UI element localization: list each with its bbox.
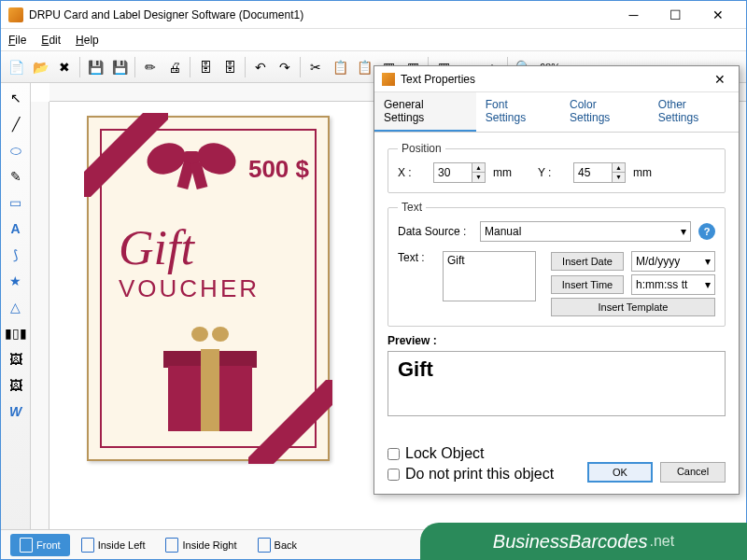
x-spinner[interactable]: ▲▼ xyxy=(433,162,486,183)
insert-time-button[interactable]: Insert Time xyxy=(551,275,624,294)
tab-font-settings[interactable]: Font Settings xyxy=(476,92,560,132)
tab-inside-right[interactable]: Inside Right xyxy=(156,534,246,556)
dialog-tabs: General Settings Font Settings Color Set… xyxy=(374,92,739,133)
ok-button[interactable]: OK xyxy=(587,462,653,483)
print-icon[interactable]: 🖨 xyxy=(163,56,186,78)
bow-decoration xyxy=(145,136,238,183)
pointer-tool-icon[interactable]: ↖ xyxy=(5,87,27,109)
y-input[interactable] xyxy=(574,166,612,179)
tab-general-settings[interactable]: General Settings xyxy=(374,92,476,132)
voucher-heading[interactable]: VOUCHER xyxy=(119,274,260,303)
copy-icon[interactable]: 📋 xyxy=(329,56,351,78)
time-format-select[interactable]: h:mm:ss tt▾ xyxy=(631,274,715,295)
open-icon[interactable]: 📂 xyxy=(29,56,51,78)
cut-icon[interactable]: ✂ xyxy=(304,56,327,78)
do-not-print-checkbox[interactable]: Do not print this object xyxy=(388,466,554,483)
tab-inside-left[interactable]: Inside Left xyxy=(72,534,155,556)
library-tool-icon[interactable]: 🖼 xyxy=(5,374,27,397)
line-tool-icon[interactable]: ╱ xyxy=(5,113,27,135)
text-input[interactable]: Gift xyxy=(443,251,536,301)
gift-voucher-card[interactable]: 500 $ Gift VOUCHER xyxy=(87,116,330,461)
window-title: DRPU Card and Label Designer Software (D… xyxy=(29,8,613,21)
db-icon[interactable]: 🗄 xyxy=(194,56,217,78)
app-icon xyxy=(8,7,23,22)
text-tool-icon[interactable]: A xyxy=(5,217,27,240)
dialog-titlebar: Text Properties ✕ xyxy=(374,66,739,92)
y-spinner[interactable]: ▲▼ xyxy=(573,162,626,183)
spin-down-icon[interactable]: ▼ xyxy=(472,173,485,182)
menu-help[interactable]: Help xyxy=(76,34,99,47)
position-group: Position X : ▲▼ mm Y : ▲▼ mm xyxy=(388,142,726,193)
insert-template-button[interactable]: Insert Template xyxy=(551,298,715,316)
save-icon[interactable]: 💾 xyxy=(84,56,106,78)
tab-front[interactable]: Front xyxy=(10,534,70,556)
y-label: Y : xyxy=(538,166,566,179)
triangle-tool-icon[interactable]: △ xyxy=(5,296,27,318)
close-doc-icon[interactable]: ✖ xyxy=(53,56,76,78)
date-format-select[interactable]: M/d/yyyy▾ xyxy=(631,251,715,272)
data-source-select[interactable]: Manual▾ xyxy=(480,221,691,242)
text-properties-dialog: Text Properties ✕ General Settings Font … xyxy=(374,65,740,495)
tab-color-settings[interactable]: Color Settings xyxy=(560,92,649,132)
spin-down-icon[interactable]: ▼ xyxy=(612,173,625,182)
menu-file[interactable]: File xyxy=(8,34,26,47)
edit-icon[interactable]: ✏ xyxy=(139,56,162,78)
preview-label: Preview : xyxy=(388,334,726,347)
ruler-vertical xyxy=(31,102,49,529)
dialog-title: Text Properties xyxy=(401,73,475,86)
maximize-button[interactable]: ☐ xyxy=(655,2,697,28)
ribbon-decoration xyxy=(248,380,332,464)
new-icon[interactable]: 📄 xyxy=(5,56,27,78)
dialog-icon xyxy=(382,73,395,86)
cancel-button[interactable]: Cancel xyxy=(660,462,726,483)
redo-icon[interactable]: ↷ xyxy=(274,56,296,78)
x-input[interactable] xyxy=(434,166,472,179)
spin-up-icon[interactable]: ▲ xyxy=(612,163,625,173)
close-button[interactable]: ✕ xyxy=(697,2,739,28)
insert-date-button[interactable]: Insert Date xyxy=(551,252,624,271)
arc-tool-icon[interactable]: ⟆ xyxy=(5,244,27,266)
chevron-down-icon: ▾ xyxy=(681,225,686,238)
save-as-icon[interactable]: 💾 xyxy=(108,56,131,78)
rectangle-tool-icon[interactable]: ▭ xyxy=(5,191,27,214)
ellipse-tool-icon[interactable]: ⬭ xyxy=(5,139,27,161)
spin-up-icon[interactable]: ▲ xyxy=(472,163,485,173)
barcode-tool-icon[interactable]: ▮▯▮ xyxy=(5,322,27,344)
chevron-down-icon: ▾ xyxy=(705,255,711,268)
help-icon[interactable]: ? xyxy=(698,223,715,240)
tab-back[interactable]: Back xyxy=(248,534,306,556)
undo-icon[interactable]: ↶ xyxy=(249,56,272,78)
menubar: File Edit Help xyxy=(1,29,746,51)
preview-box: Gift xyxy=(388,351,726,416)
chevron-down-icon: ▾ xyxy=(705,278,711,291)
wordart-tool-icon[interactable]: W xyxy=(5,400,27,423)
menu-edit[interactable]: Edit xyxy=(41,34,61,47)
lock-object-checkbox[interactable]: Lock Object xyxy=(388,445,554,462)
paste-icon[interactable]: 📋 xyxy=(353,56,375,78)
watermark: BusinessBarcodes.net xyxy=(420,523,747,560)
titlebar: DRPU Card and Label Designer Software (D… xyxy=(1,1,746,29)
price-text[interactable]: 500 $ xyxy=(248,155,309,184)
gift-heading[interactable]: Gift xyxy=(119,220,194,275)
minimize-button[interactable]: ─ xyxy=(613,2,655,28)
image-tool-icon[interactable]: 🖼 xyxy=(5,348,27,371)
tab-other-settings[interactable]: Other Settings xyxy=(649,92,739,132)
dialog-close-button[interactable]: ✕ xyxy=(709,72,731,87)
star-tool-icon[interactable]: ★ xyxy=(5,270,27,292)
db2-icon[interactable]: 🗄 xyxy=(218,56,241,78)
data-source-label: Data Source : xyxy=(398,225,472,238)
text-group: Text Data Source : Manual▾ ? Text : Gift… xyxy=(388,201,726,327)
x-label: X : xyxy=(398,166,426,179)
pencil-tool-icon[interactable]: ✎ xyxy=(5,165,27,188)
tool-palette: ↖ ╱ ⬭ ✎ ▭ A ⟆ ★ △ ▮▯▮ 🖼 🖼 W xyxy=(1,83,31,529)
giftbox-image[interactable] xyxy=(163,338,257,431)
text-label: Text : xyxy=(398,251,435,264)
